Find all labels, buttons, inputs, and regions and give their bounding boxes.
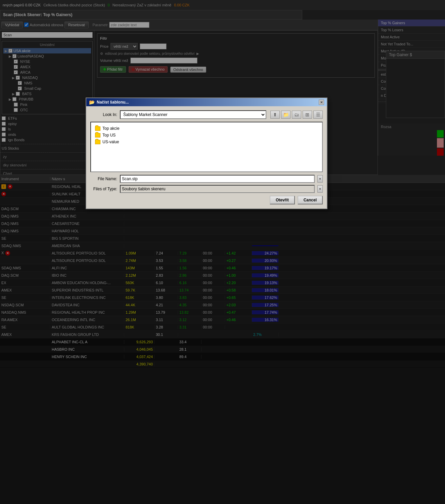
modal-body: Look In: Šablony Market Scanner ⬆ 📁 🗂 ⊞ … bbox=[86, 106, 327, 208]
file-area: Top akcie Top US US-value bbox=[90, 122, 323, 172]
toolbar-details-btn[interactable]: ☰ bbox=[313, 111, 323, 119]
cancel-button[interactable]: Cancel bbox=[298, 196, 323, 204]
filename-label: File Name: bbox=[90, 177, 117, 181]
file-item-top-akcie[interactable]: Top akcie bbox=[94, 125, 319, 132]
lookin-row: Look In: Šablony Market Scanner ⬆ 📁 🗂 ⊞ … bbox=[90, 110, 323, 119]
toolbar-view-btn[interactable]: ⊞ bbox=[303, 111, 312, 119]
modal-close-button[interactable]: ✕ bbox=[319, 100, 324, 105]
filetype-input[interactable] bbox=[120, 185, 315, 193]
open-button[interactable]: Otevřít bbox=[270, 196, 295, 204]
folder-icon-top-us bbox=[95, 133, 100, 138]
modal-titlebar-icon: 📂 bbox=[89, 100, 95, 105]
modal-title: Načíst šablonu... bbox=[97, 100, 129, 105]
lookin-select[interactable]: Šablony Market Scanner bbox=[120, 110, 266, 119]
file-label-top-us: Top US bbox=[102, 133, 116, 138]
filetype-label: Files of Type: bbox=[90, 187, 117, 191]
file-label-us-value: US-value bbox=[102, 140, 119, 144]
filename-dropdown-btn[interactable]: ▼ bbox=[317, 175, 323, 183]
modal-titlebar: 📂 Načíst šablonu... ✕ bbox=[86, 98, 327, 106]
filetype-row: Files of Type: ▼ bbox=[90, 185, 323, 193]
toolbar-desktop-btn[interactable]: 🗂 bbox=[292, 111, 301, 119]
lookin-label: Look In: bbox=[90, 112, 117, 117]
filename-row: File Name: ▼ bbox=[90, 175, 323, 183]
file-item-top-us[interactable]: Top US bbox=[94, 132, 319, 139]
filename-input[interactable] bbox=[120, 175, 315, 183]
filetype-dropdown-btn[interactable]: ▼ bbox=[317, 185, 323, 193]
file-item-us-value[interactable]: US-value bbox=[94, 139, 319, 145]
file-label-top-akcie: Top akcie bbox=[102, 126, 120, 131]
folder-icon-us-value bbox=[95, 140, 100, 144]
toolbar-new-folder-btn[interactable]: 📁 bbox=[281, 111, 291, 119]
modal-toolbar: ⬆ 📁 🗂 ⊞ ☰ bbox=[270, 111, 323, 119]
modal-button-row: Otevřít Cancel bbox=[90, 196, 323, 204]
folder-icon-top-akcie bbox=[95, 126, 100, 131]
modal-overlay[interactable] bbox=[0, 0, 445, 504]
toolbar-up-btn[interactable]: ⬆ bbox=[270, 111, 280, 119]
modal-dialog: 📂 Načíst šablonu... ✕ Look In: Šablony M… bbox=[86, 98, 327, 209]
